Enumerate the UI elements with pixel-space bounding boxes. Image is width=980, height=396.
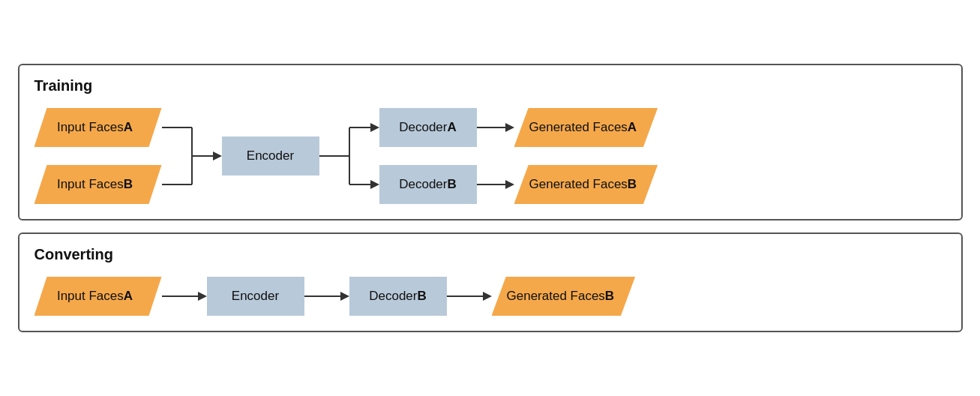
training-generated-a: Generated Faces A — [514, 108, 658, 147]
branch-lines — [319, 108, 379, 204]
training-inputs: Input Faces A Input Faces B — [34, 108, 162, 204]
training-input-b: Input Faces B — [34, 165, 162, 204]
training-encoder: Encoder — [222, 136, 319, 176]
converting-input-a: Input Faces A — [34, 277, 162, 316]
training-right: Decoder A Generated Faces A Decoder B — [379, 108, 658, 204]
converting-title: Converting — [34, 246, 946, 263]
converting-arrow-2 — [304, 277, 349, 316]
svg-marker-12 — [505, 123, 514, 132]
converting-encoder: Encoder — [207, 277, 304, 316]
svg-marker-16 — [198, 292, 207, 301]
training-decoder-a: Decoder A — [379, 108, 477, 147]
converting-decoder-b: Decoder B — [349, 277, 447, 316]
svg-marker-4 — [213, 152, 222, 160]
training-box: Training Input Faces A Input Faces B Enc… — [18, 64, 963, 220]
arrow-to-gen-a — [477, 108, 514, 147]
training-decoder-b-row: Decoder B Generated Faces B — [379, 165, 658, 204]
converting-generated-b: Generated Faces B — [492, 277, 636, 316]
training-generated-b: Generated Faces B — [514, 165, 658, 204]
merge-lines-left — [162, 108, 222, 204]
training-content: Input Faces A Input Faces B Encoder — [34, 108, 946, 204]
svg-marker-8 — [370, 123, 379, 132]
converting-box: Converting Input Faces A Encoder Decoder… — [18, 232, 963, 332]
svg-marker-20 — [483, 292, 492, 301]
converting-arrow-3 — [447, 277, 492, 316]
svg-marker-18 — [340, 292, 349, 301]
svg-marker-10 — [370, 180, 379, 189]
arrow-to-gen-b — [477, 165, 514, 204]
converting-arrow-1 — [162, 277, 207, 316]
training-decoder-a-row: Decoder A Generated Faces A — [379, 108, 658, 147]
svg-marker-14 — [505, 180, 514, 189]
training-decoder-b: Decoder B — [379, 165, 477, 204]
converting-flow: Input Faces A Encoder Decoder B Generate… — [34, 277, 946, 316]
training-input-a: Input Faces A — [34, 108, 162, 147]
training-title: Training — [34, 77, 946, 94]
